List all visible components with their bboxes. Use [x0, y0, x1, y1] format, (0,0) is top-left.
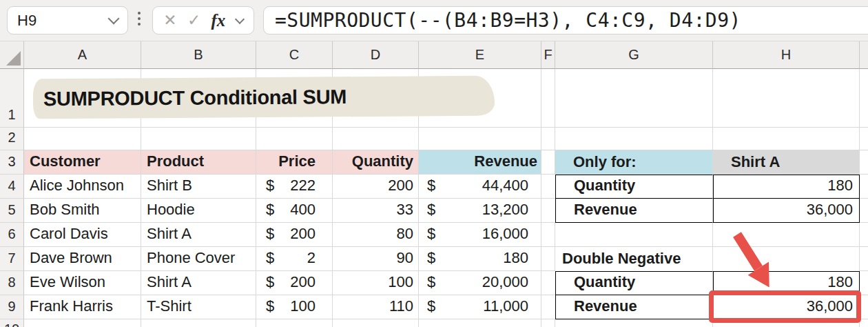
- cell-A8[interactable]: Eve Wilson: [24, 271, 141, 295]
- row-header-3[interactable]: 3: [0, 150, 24, 175]
- cell-H9[interactable]: 36,000: [713, 295, 860, 319]
- column-header-F[interactable]: F: [541, 41, 555, 69]
- chevron-down-icon[interactable]: [108, 13, 120, 25]
- cell-F5[interactable]: [541, 199, 555, 223]
- cell-E8[interactable]: $20,000: [419, 271, 541, 295]
- cell-D5[interactable]: 33: [333, 199, 419, 223]
- cell-G4[interactable]: Quantity: [555, 175, 713, 199]
- cell-D2[interactable]: [333, 128, 419, 150]
- cell-E10[interactable]: [419, 319, 541, 327]
- cell-F3[interactable]: [541, 150, 555, 175]
- cell-C2[interactable]: [256, 128, 333, 150]
- cell-H6[interactable]: [713, 223, 860, 247]
- cell-E6[interactable]: $16,000: [419, 223, 541, 247]
- cell-A3[interactable]: Customer: [24, 150, 141, 175]
- cell-G7[interactable]: Double Negative: [555, 247, 713, 271]
- column-header-I[interactable]: [860, 41, 868, 69]
- cell-E4[interactable]: $44,400: [419, 175, 541, 199]
- chevron-down-icon[interactable]: [235, 14, 245, 24]
- cell-A7[interactable]: Dave Brown: [24, 247, 141, 271]
- cell-I7[interactable]: [860, 247, 868, 271]
- cell-H5[interactable]: 36,000: [713, 199, 860, 223]
- column-header-E[interactable]: E: [419, 41, 541, 69]
- cell-I2[interactable]: [860, 128, 868, 150]
- cell-E5[interactable]: $13,200: [419, 199, 541, 223]
- row-header-8[interactable]: 8: [0, 271, 24, 295]
- row-header-2[interactable]: 2: [0, 128, 24, 150]
- cell-H4[interactable]: 180: [713, 175, 860, 199]
- cell-D4[interactable]: 200: [333, 175, 419, 199]
- row-header-10[interactable]: 10: [0, 319, 24, 327]
- cell-B6[interactable]: Shirt A: [141, 223, 256, 247]
- column-header-C[interactable]: C: [256, 41, 333, 69]
- cell-C6[interactable]: $200: [256, 223, 333, 247]
- cell-H7[interactable]: [713, 247, 860, 271]
- cell-I3[interactable]: [860, 150, 868, 175]
- cell-F9[interactable]: [541, 295, 555, 319]
- cell-I1[interactable]: [860, 69, 868, 128]
- cell-D9[interactable]: 110: [333, 295, 419, 319]
- cell-G9[interactable]: Revenue: [555, 295, 713, 319]
- cell-E2[interactable]: [419, 128, 541, 150]
- cell-B8[interactable]: Shirt A: [141, 271, 256, 295]
- cell-G10[interactable]: [555, 319, 713, 327]
- cell-H2[interactable]: [713, 128, 860, 150]
- insert-function-icon[interactable]: fx: [211, 12, 226, 29]
- cell-H1[interactable]: [713, 69, 860, 128]
- cell-I8[interactable]: [860, 271, 868, 295]
- cell-C9[interactable]: $100: [256, 295, 333, 319]
- cell-A6[interactable]: Carol Davis: [24, 223, 141, 247]
- cell-I4[interactable]: [860, 175, 868, 199]
- cell-G6[interactable]: [555, 223, 713, 247]
- cell-C10[interactable]: [256, 319, 333, 327]
- cell-A10[interactable]: [24, 319, 141, 327]
- cell-F6[interactable]: [541, 223, 555, 247]
- row-header-7[interactable]: 7: [0, 247, 24, 271]
- cell-F10[interactable]: [541, 319, 555, 327]
- cell-F4[interactable]: [541, 175, 555, 199]
- cell-B3[interactable]: Product: [141, 150, 256, 175]
- cell-I6[interactable]: [860, 223, 868, 247]
- cell-B10[interactable]: [141, 319, 256, 327]
- cell-E3[interactable]: Revenue: [419, 150, 541, 175]
- column-header-D[interactable]: D: [333, 41, 419, 69]
- cell-I9[interactable]: [860, 295, 868, 319]
- formula-bar[interactable]: =SUMPRODUCT(--(B4:B9=H3), C4:C9, D4:D9): [263, 6, 868, 34]
- cell-D6[interactable]: 80: [333, 223, 419, 247]
- row-header-5[interactable]: 5: [0, 199, 24, 223]
- row-header-4[interactable]: 4: [0, 175, 24, 199]
- cell-C8[interactable]: $200: [256, 271, 333, 295]
- cell-E7[interactable]: $180: [419, 247, 541, 271]
- cell-B7[interactable]: Phone Cover: [141, 247, 256, 271]
- select-all-button[interactable]: [0, 41, 24, 69]
- cell-C3[interactable]: Price: [256, 150, 333, 175]
- column-header-G[interactable]: G: [555, 41, 713, 69]
- cell-C4[interactable]: $222: [256, 175, 333, 199]
- cell-C5[interactable]: $400: [256, 199, 333, 223]
- column-header-A[interactable]: A: [24, 41, 141, 69]
- cell-A4[interactable]: Alice Johnson: [24, 175, 141, 199]
- more-options-icon[interactable]: [138, 12, 141, 26]
- cell-D8[interactable]: 100: [333, 271, 419, 295]
- cell-I10[interactable]: [860, 319, 868, 327]
- cell-G5[interactable]: Revenue: [555, 199, 713, 223]
- cell-D7[interactable]: 90: [333, 247, 419, 271]
- cell-D3[interactable]: Quantity: [333, 150, 419, 175]
- cell-F2[interactable]: [541, 128, 555, 150]
- column-header-H[interactable]: H: [713, 41, 860, 69]
- cell-H3[interactable]: Shirt A: [713, 150, 860, 175]
- enter-icon[interactable]: ✓: [187, 12, 200, 28]
- cell-A2[interactable]: [24, 128, 141, 150]
- cancel-icon[interactable]: ✕: [163, 12, 176, 28]
- cell-B4[interactable]: Shirt B: [141, 175, 256, 199]
- name-box[interactable]: H9: [7, 6, 128, 34]
- cell-F8[interactable]: [541, 271, 555, 295]
- cell-G2[interactable]: [555, 128, 713, 150]
- row-header-6[interactable]: 6: [0, 223, 24, 247]
- cell-G3[interactable]: Only for:: [555, 150, 713, 175]
- cell-A9[interactable]: Frank Harris: [24, 295, 141, 319]
- cell-F7[interactable]: [541, 247, 555, 271]
- row-header-1[interactable]: 1: [0, 69, 24, 128]
- cell-B2[interactable]: [141, 128, 256, 150]
- cell-G8[interactable]: Quantity: [555, 271, 713, 295]
